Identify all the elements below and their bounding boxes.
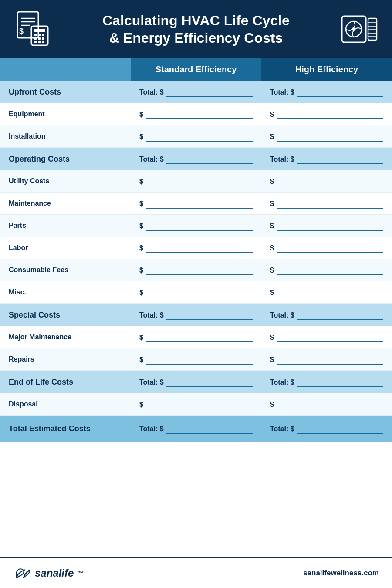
disposal-high-input[interactable] xyxy=(277,399,383,409)
section-special: Special Costs Total: $ Total: $ xyxy=(0,304,392,327)
repairs-high-input[interactable] xyxy=(277,354,383,365)
row-installation: Installation $ $ xyxy=(0,125,392,148)
operating-std-total-input[interactable] xyxy=(166,154,253,164)
page-footer: sanalife ™ sanalifewellness.com xyxy=(0,557,392,588)
svg-point-18 xyxy=(352,27,355,31)
parts-std: $ xyxy=(131,215,261,237)
parts-high-input[interactable] xyxy=(277,220,383,231)
col-label-header xyxy=(0,58,131,81)
consumable-std: $ xyxy=(131,259,261,281)
installation-label: Installation xyxy=(0,125,131,148)
major-maintenance-std: $ xyxy=(131,326,261,348)
maintenance-std: $ xyxy=(131,193,261,215)
row-major-maintenance: Major Maintenance $ $ xyxy=(0,326,392,348)
utility-high-input[interactable] xyxy=(277,176,383,186)
section-endoflife-label: End of Life Costs xyxy=(0,371,131,394)
misc-std-input[interactable] xyxy=(146,287,253,297)
svg-rect-10 xyxy=(34,37,37,40)
utility-std: $ xyxy=(131,170,261,193)
installation-high: $ xyxy=(261,125,392,148)
parts-std-input[interactable] xyxy=(146,220,253,231)
major-maintenance-high-input[interactable] xyxy=(277,332,383,342)
consumable-std-input[interactable] xyxy=(146,265,253,275)
upfront-std-total: Total: $ xyxy=(131,81,261,103)
utility-std-input[interactable] xyxy=(146,176,253,186)
installation-std: $ xyxy=(131,125,261,148)
svg-rect-13 xyxy=(34,41,37,43)
equipment-high-input[interactable] xyxy=(277,109,383,119)
column-header-row: Standard Efficiency High Efficiency xyxy=(0,58,392,81)
repairs-high: $ xyxy=(261,348,392,371)
consumable-label: Consumable Fees xyxy=(0,259,131,281)
major-maintenance-high: $ xyxy=(261,326,392,348)
upfront-std-total-input[interactable] xyxy=(166,87,253,97)
repairs-std-input[interactable] xyxy=(146,354,253,365)
svg-rect-9 xyxy=(42,34,44,36)
svg-text:$: $ xyxy=(19,27,24,36)
misc-label: Misc. xyxy=(0,281,131,304)
major-maintenance-std-input[interactable] xyxy=(146,332,253,342)
equipment-label: Equipment xyxy=(0,103,131,125)
operating-high-total-input[interactable] xyxy=(297,154,383,164)
svg-rect-8 xyxy=(38,34,41,36)
row-total-estimated: Total Estimated Costs Total: $ Total: $ xyxy=(0,416,392,442)
svg-rect-11 xyxy=(38,37,41,40)
labor-high-input[interactable] xyxy=(277,243,383,253)
cost-table: Standard Efficiency High Efficiency Upfr… xyxy=(0,58,392,442)
header-icon-right xyxy=(340,10,379,49)
consumable-high: $ xyxy=(261,259,392,281)
equipment-std-input[interactable] xyxy=(146,109,253,119)
svg-rect-14 xyxy=(38,41,41,43)
page-header: $ Calculating HVAC Life Cycle & Energy E… xyxy=(0,0,392,58)
endoflife-std-total-input[interactable] xyxy=(166,377,253,387)
upfront-high-total: Total: $ xyxy=(261,81,392,103)
cost-table-wrapper: Standard Efficiency High Efficiency Upfr… xyxy=(0,58,392,557)
operating-std-total: Total: $ xyxy=(131,148,261,171)
installation-high-input[interactable] xyxy=(277,131,383,142)
row-maintenance: Maintenance $ $ xyxy=(0,193,392,215)
upfront-high-total-input[interactable] xyxy=(297,87,383,97)
header-icon-left: $ xyxy=(13,10,52,49)
svg-rect-6 xyxy=(34,29,45,32)
misc-high-input[interactable] xyxy=(277,287,383,297)
endoflife-high-total: Total: $ xyxy=(261,371,392,394)
row-utility: Utility Costs $ $ xyxy=(0,170,392,193)
row-consumable: Consumable Fees $ $ xyxy=(0,259,392,281)
maintenance-std-input[interactable] xyxy=(146,198,253,209)
sanalife-logo-icon xyxy=(13,565,30,581)
maintenance-high-input[interactable] xyxy=(277,198,383,209)
section-operating: Operating Costs Total: $ Total: $ xyxy=(0,148,392,171)
footer-logo-tm: ™ xyxy=(78,570,83,576)
total-estimated-high-input[interactable] xyxy=(297,423,383,434)
footer-logo: sanalife ™ xyxy=(13,565,83,581)
total-estimated-std-input[interactable] xyxy=(166,423,253,434)
special-std-total-input[interactable] xyxy=(166,310,253,320)
special-high-total-input[interactable] xyxy=(297,310,383,320)
row-repairs: Repairs $ $ xyxy=(0,348,392,371)
disposal-std: $ xyxy=(131,393,261,416)
equipment-std: $ xyxy=(131,103,261,125)
utility-label: Utility Costs xyxy=(0,170,131,193)
operating-high-total: Total: $ xyxy=(261,148,392,171)
labor-std-input[interactable] xyxy=(146,243,253,253)
disposal-std-input[interactable] xyxy=(146,399,253,409)
page-title: Calculating HVAC Life Cycle & Energy Eff… xyxy=(63,12,329,47)
disposal-label: Disposal xyxy=(0,393,131,416)
parts-label: Parts xyxy=(0,215,131,237)
footer-url: sanalifewellness.com xyxy=(303,569,379,578)
misc-high: $ xyxy=(261,281,392,304)
disposal-high: $ xyxy=(261,393,392,416)
row-equipment: Equipment $ $ xyxy=(0,103,392,125)
col-high-header: High Efficiency xyxy=(261,58,392,81)
endoflife-std-total: Total: $ xyxy=(131,371,261,394)
svg-rect-7 xyxy=(34,34,37,36)
consumable-high-input[interactable] xyxy=(277,265,383,275)
svg-rect-15 xyxy=(42,41,44,43)
installation-std-input[interactable] xyxy=(146,131,253,142)
section-special-label: Special Costs xyxy=(0,304,131,327)
endoflife-high-total-input[interactable] xyxy=(297,377,383,387)
total-estimated-high: Total: $ xyxy=(261,416,392,442)
misc-std: $ xyxy=(131,281,261,304)
section-upfront-label: Upfront Costs xyxy=(0,81,131,103)
labor-label: Labor xyxy=(0,237,131,259)
